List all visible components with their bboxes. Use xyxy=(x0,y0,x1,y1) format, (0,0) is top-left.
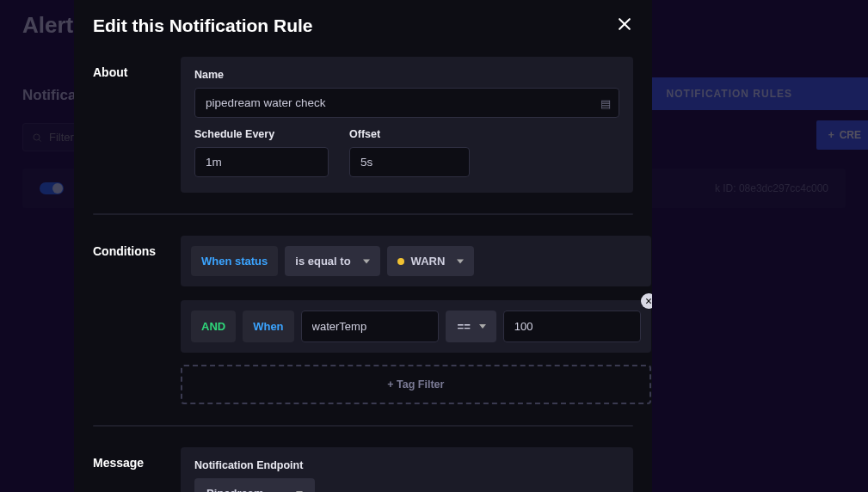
condition-row-tag: AND When == xyxy=(181,300,651,353)
when-pill: When xyxy=(243,311,293,342)
remove-condition-button[interactable] xyxy=(641,293,652,309)
close-button[interactable] xyxy=(616,15,633,35)
edit-rule-modal: Edit this Notification Rule About Name ▤… xyxy=(74,0,652,492)
section-message-body: Notification Endpoint Pipedream we… xyxy=(181,447,633,492)
name-label: Name xyxy=(194,69,619,81)
warn-dot-icon xyxy=(397,258,404,265)
section-about-body: Name ▤ Schedule Every Offset xyxy=(181,57,633,193)
tag-value-input[interactable] xyxy=(503,311,641,342)
when-status-pill: When status xyxy=(191,246,278,276)
operator-dropdown[interactable]: == xyxy=(446,311,496,342)
input-badge-icon: ▤ xyxy=(600,96,611,109)
offset-label: Offset xyxy=(349,128,470,140)
section-conditions-label: Conditions xyxy=(93,236,163,258)
offset-input[interactable] xyxy=(349,147,470,177)
tag-key-input[interactable] xyxy=(301,311,439,342)
schedule-label: Schedule Every xyxy=(194,128,329,140)
operator-label: == xyxy=(458,320,471,333)
section-message: Message Notification Endpoint Pipedream … xyxy=(93,447,633,492)
level-dropdown[interactable]: WARN xyxy=(387,246,475,276)
comparator-dropdown[interactable]: is equal to xyxy=(285,246,379,276)
add-tag-filter-button[interactable]: + Tag Filter xyxy=(181,365,651,404)
name-input[interactable] xyxy=(194,88,619,118)
endpoint-dropdown-label: Pipedream we… xyxy=(206,487,284,492)
close-small-icon xyxy=(645,298,652,304)
close-icon xyxy=(616,15,633,33)
and-pill: AND xyxy=(191,311,236,342)
schedule-input[interactable] xyxy=(194,147,329,177)
section-message-label: Message xyxy=(93,447,163,470)
condition-row-status: When status is equal to WARN xyxy=(181,236,651,286)
section-about: About Name ▤ Schedule Every Offset xyxy=(93,57,633,193)
section-conditions: Conditions When status is equal to WARN xyxy=(93,236,633,404)
divider xyxy=(93,425,633,427)
endpoint-label: Notification Endpoint xyxy=(194,459,619,471)
modal-title: Edit this Notification Rule xyxy=(93,15,633,36)
endpoint-dropdown[interactable]: Pipedream we… xyxy=(194,478,315,492)
level-dropdown-label: WARN xyxy=(411,255,446,268)
divider xyxy=(93,213,633,215)
section-about-label: About xyxy=(93,57,163,79)
